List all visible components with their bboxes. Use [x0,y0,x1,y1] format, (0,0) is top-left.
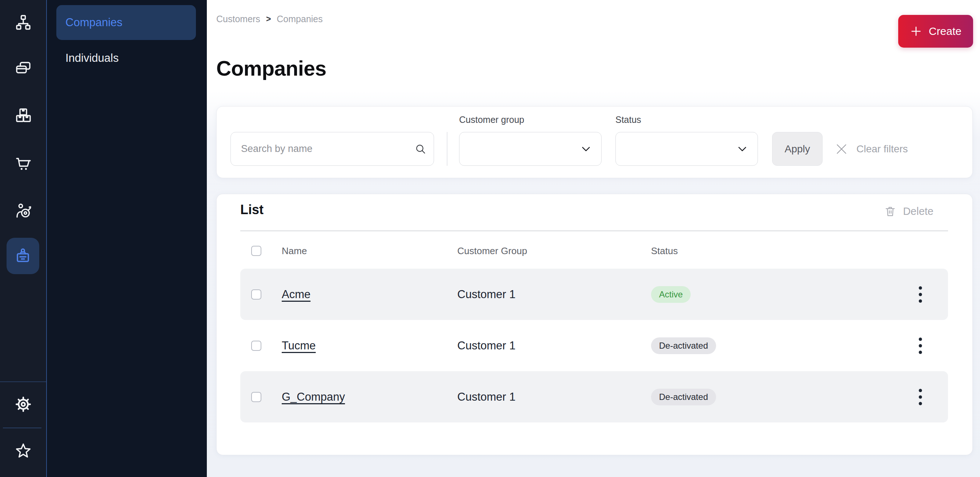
list-card: List Delete Name Customer Group Status A… [216,194,973,455]
chevron-down-icon [737,143,748,155]
status-select[interactable] [616,132,758,166]
app-screen: Companies Individuals Customers > Compan… [0,0,980,477]
favorites-star-icon[interactable] [13,440,34,461]
row-actions-kebab-icon[interactable] [913,284,928,305]
page-title: Companies [216,56,326,80]
table-row: G_Company Customer 1 De-activated [240,371,948,423]
x-icon [835,142,848,156]
products-boxes-icon[interactable] [13,105,34,126]
sidebar-item-individuals[interactable]: Individuals [56,41,196,76]
status-badge: De-activated [651,337,716,354]
settings-gear-icon[interactable] [13,394,34,415]
trash-icon [884,205,896,218]
sidebar-item-label: Companies [65,16,123,29]
breadcrumb-companies[interactable]: Companies [277,14,323,24]
company-name-link[interactable]: Acme [282,288,310,301]
sidebar-item-label: Individuals [65,52,118,65]
select-all-checkbox[interactable] [251,246,261,256]
chevron-down-icon [580,143,592,155]
filter-divider [447,132,447,166]
create-button-label: Create [929,25,961,37]
company-name-link[interactable]: Tucme [282,339,316,352]
row-checkbox[interactable] [251,392,261,402]
row-actions-kebab-icon[interactable] [913,335,928,357]
breadcrumb-customers[interactable]: Customers [216,14,260,24]
table-row: Acme Customer 1 Active [240,269,948,320]
status-badge: De-activated [651,389,716,405]
clear-filters-button[interactable]: Clear filters [835,132,908,166]
table-body: Acme Customer 1 Active Tucme Customer 1 … [240,269,948,423]
marketing-target-icon[interactable] [13,200,34,221]
delete-button-label: Delete [903,205,934,218]
row-checkbox[interactable] [251,289,261,300]
customer-group-label: Customer group [459,114,524,125]
row-actions-kebab-icon[interactable] [913,386,928,408]
row-customer-group: Customer 1 [457,288,515,301]
clear-filters-label: Clear filters [856,143,908,155]
customer-group-select[interactable] [459,132,601,166]
apply-button-label: Apply [784,143,810,155]
rail-divider [3,428,41,428]
list-title: List [240,202,264,218]
icon-rail-sidebar [0,0,47,477]
sidebar-item-companies[interactable]: Companies [56,5,196,40]
search-field-wrap [231,132,434,166]
column-header-status: Status [651,245,678,257]
status-label: Status [616,114,641,125]
secondary-sidebar: Companies Individuals [47,0,207,477]
search-icon [414,143,427,155]
breadcrumb-separator: > [266,14,271,24]
column-header-group: Customer Group [457,245,527,257]
table-header: Name Customer Group Status [240,237,948,265]
row-status-cell: De-activated [651,389,716,405]
customers-badge-icon[interactable] [6,238,39,274]
table-row: Tucme Customer 1 De-activated [240,320,948,371]
breadcrumb: Customers > Companies [216,14,323,24]
plus-icon [910,25,922,37]
delete-button[interactable]: Delete [884,205,934,218]
row-customer-group: Customer 1 [457,391,515,404]
row-status-cell: De-activated [651,337,716,354]
row-status-cell: Active [651,286,690,303]
column-header-name: Name [282,245,307,257]
row-checkbox[interactable] [251,341,261,351]
create-button[interactable]: Create [898,15,973,48]
status-badge: Active [651,286,690,303]
rail-divider [0,382,46,382]
apply-button[interactable]: Apply [772,132,822,166]
row-customer-group: Customer 1 [457,339,515,352]
search-input[interactable] [231,132,434,166]
orders-cart-icon[interactable] [13,153,34,174]
filters-card: Customer group Status Apply Clear filter [216,106,973,178]
company-name-link[interactable]: G_Company [282,391,345,404]
list-divider [240,231,948,231]
main-content: Customers > Companies Create Companies C… [207,0,980,477]
billing-cards-icon[interactable] [13,58,34,79]
org-chart-icon[interactable] [13,12,34,33]
